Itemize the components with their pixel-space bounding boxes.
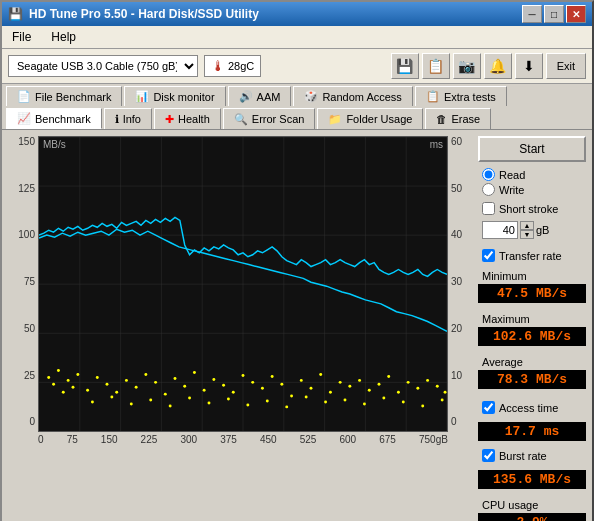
svg-point-53 <box>368 389 371 392</box>
spinner-arrows: ▲ ▼ <box>520 221 534 239</box>
x-axis-labels: 0 75 150 225 300 375 450 525 600 675 750… <box>38 432 448 445</box>
svg-point-19 <box>57 369 60 372</box>
tab-erase[interactable]: 🗑 Erase <box>425 108 491 129</box>
svg-point-23 <box>76 373 79 376</box>
spinner-down-button[interactable]: ▼ <box>520 230 534 239</box>
svg-point-78 <box>402 401 405 404</box>
exit-button[interactable]: Exit <box>546 53 586 79</box>
camera-icon-button[interactable]: 📷 <box>453 53 481 79</box>
tab-info[interactable]: ℹ Info <box>104 108 152 129</box>
burst-rate-checkbox-label[interactable]: Burst rate <box>478 449 586 462</box>
minimize-button[interactable]: ─ <box>522 5 542 23</box>
y-right-20: 20 <box>451 323 462 334</box>
svg-point-74 <box>324 401 327 404</box>
svg-point-35 <box>193 371 196 374</box>
chart-section: 150 125 100 75 50 25 0 MB/s ms <box>8 136 472 521</box>
svg-point-65 <box>149 399 152 402</box>
short-stroke-label[interactable]: Short stroke <box>478 202 586 215</box>
tabs-row2: 📈 Benchmark ℹ Info ✚ Health 🔍 Error Scan… <box>2 106 592 130</box>
x-750gb: 750gB <box>419 434 448 445</box>
svg-point-72 <box>285 405 288 408</box>
access-time-value: 17.7 ms <box>478 422 586 441</box>
copy-icon-button[interactable]: 📋 <box>422 53 450 79</box>
svg-point-66 <box>169 404 172 407</box>
tabs-row1: 📄 File Benchmark 📊 Disk monitor 🔊 AAM 🎲 … <box>2 84 592 106</box>
svg-point-61 <box>444 391 447 394</box>
toolbar-icons: 💾 📋 📷 🔔 ⬇ Exit <box>391 53 586 79</box>
unit-label-left: MB/s <box>43 139 66 150</box>
maximize-button[interactable]: □ <box>544 5 564 23</box>
short-stroke-checkbox[interactable] <box>482 202 495 215</box>
tab-random-access[interactable]: 🎲 Random Access <box>293 86 412 106</box>
svg-point-30 <box>144 373 147 376</box>
y-right-40: 40 <box>451 229 462 240</box>
tab-aam[interactable]: 🔊 AAM <box>228 86 292 106</box>
average-value: 78.3 MB/s <box>478 370 586 389</box>
svg-point-77 <box>382 397 385 400</box>
svg-point-39 <box>232 391 235 394</box>
burst-rate-text: Burst rate <box>499 450 547 462</box>
svg-point-33 <box>174 377 177 380</box>
y-left-150: 150 <box>18 136 35 147</box>
y-left-25: 25 <box>24 370 35 381</box>
svg-point-62 <box>91 401 94 404</box>
menu-help[interactable]: Help <box>47 28 80 46</box>
read-write-radio-group: Read Write <box>478 168 586 196</box>
save-icon-button[interactable]: 💾 <box>391 53 419 79</box>
tab-disk-monitor[interactable]: 📊 Disk monitor <box>124 86 225 106</box>
tab-folder-usage[interactable]: 📁 Folder Usage <box>317 108 423 129</box>
tab-error-scan[interactable]: 🔍 Error Scan <box>223 108 316 129</box>
svg-point-67 <box>188 397 191 400</box>
svg-point-27 <box>115 391 118 394</box>
read-radio[interactable] <box>482 168 495 181</box>
random-access-icon: 🎲 <box>304 90 318 103</box>
svg-point-29 <box>135 386 138 389</box>
close-button[interactable]: ✕ <box>566 5 586 23</box>
spinner-up-button[interactable]: ▲ <box>520 221 534 230</box>
tab-extra-tests[interactable]: 📋 Extra tests <box>415 86 507 106</box>
svg-point-58 <box>416 387 419 390</box>
chart-canvas: MB/s ms <box>38 136 448 432</box>
tab-benchmark[interactable]: 📈 Benchmark <box>6 108 102 129</box>
svg-point-48 <box>319 373 322 376</box>
svg-point-59 <box>426 379 429 382</box>
svg-point-50 <box>339 381 342 384</box>
transfer-rate-checkbox[interactable] <box>482 249 495 262</box>
svg-point-68 <box>208 401 211 404</box>
info-icon-button[interactable]: 🔔 <box>484 53 512 79</box>
right-panel: Start Read Write Short stroke <box>478 136 586 521</box>
aam-icon: 🔊 <box>239 90 253 103</box>
svg-point-25 <box>96 376 99 379</box>
thermometer-icon: 🌡 <box>211 58 225 74</box>
burst-rate-checkbox[interactable] <box>482 449 495 462</box>
y-left-50: 50 <box>24 323 35 334</box>
write-radio[interactable] <box>482 183 495 196</box>
minimum-block: Minimum 47.5 MB/s <box>478 270 586 305</box>
read-radio-label[interactable]: Read <box>482 168 586 181</box>
gb-input[interactable] <box>482 221 518 239</box>
svg-point-47 <box>310 387 313 390</box>
cpu-usage-value: 2.9% <box>478 513 586 521</box>
access-time-checkbox[interactable] <box>482 401 495 414</box>
menu-file[interactable]: File <box>8 28 35 46</box>
download-icon-button[interactable]: ⬇ <box>515 53 543 79</box>
tab-health[interactable]: ✚ Health <box>154 108 221 129</box>
start-button[interactable]: Start <box>478 136 586 162</box>
read-label: Read <box>499 169 525 181</box>
main-window: 💾 HD Tune Pro 5.50 - Hard Disk/SSD Utili… <box>0 0 594 521</box>
y-right-0: 0 <box>451 416 457 427</box>
y-right-50: 50 <box>451 183 462 194</box>
svg-point-18 <box>52 383 55 386</box>
drive-select[interactable]: Seagate USB 3.0 Cable (750 gB) <box>8 55 198 77</box>
write-radio-label[interactable]: Write <box>482 183 586 196</box>
svg-point-36 <box>203 389 206 392</box>
svg-point-24 <box>86 389 89 392</box>
svg-point-31 <box>154 381 157 384</box>
svg-point-73 <box>305 396 308 399</box>
transfer-rate-checkbox-label[interactable]: Transfer rate <box>478 249 586 262</box>
access-time-checkbox-label[interactable]: Access time <box>478 401 586 414</box>
x-375: 375 <box>220 434 237 445</box>
short-stroke-text: Short stroke <box>499 203 558 215</box>
tab-file-benchmark[interactable]: 📄 File Benchmark <box>6 86 122 106</box>
svg-point-32 <box>164 393 167 396</box>
